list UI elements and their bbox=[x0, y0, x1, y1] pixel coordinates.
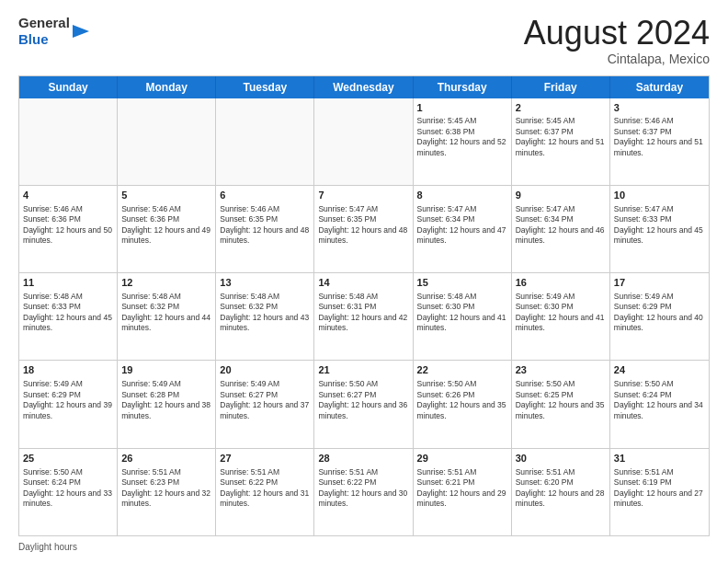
sunset-text: Sunset: 6:27 PM bbox=[220, 390, 310, 400]
day-number: 17 bbox=[614, 276, 705, 290]
daylight-text: Daylight: 12 hours and 40 minutes. bbox=[614, 313, 705, 334]
calendar-cell: 14Sunrise: 5:48 AMSunset: 6:31 PMDayligh… bbox=[314, 273, 413, 360]
calendar-cell: 6Sunrise: 5:46 AMSunset: 6:35 PMDaylight… bbox=[216, 186, 314, 272]
day-number: 15 bbox=[417, 276, 507, 290]
sunrise-text: Sunrise: 5:45 AM bbox=[516, 116, 606, 126]
calendar: SundayMondayTuesdayWednesdayThursdayFrid… bbox=[18, 75, 710, 536]
daylight-text: Daylight: 12 hours and 51 minutes. bbox=[516, 137, 606, 158]
calendar-cell: 31Sunrise: 5:51 AMSunset: 6:19 PMDayligh… bbox=[610, 449, 709, 535]
calendar-cell: 23Sunrise: 5:50 AMSunset: 6:25 PMDayligh… bbox=[512, 361, 610, 447]
calendar-cell: 9Sunrise: 5:47 AMSunset: 6:34 PMDaylight… bbox=[512, 186, 610, 272]
daylight-text: Daylight: 12 hours and 37 minutes. bbox=[220, 400, 310, 421]
day-number: 14 bbox=[318, 276, 408, 290]
sunset-text: Sunset: 6:22 PM bbox=[220, 477, 310, 488]
sunrise-text: Sunrise: 5:51 AM bbox=[516, 467, 606, 477]
sunrise-text: Sunrise: 5:50 AM bbox=[417, 379, 507, 389]
day-number: 10 bbox=[614, 189, 705, 202]
calendar-header-day: Friday bbox=[512, 76, 610, 98]
sunrise-text: Sunrise: 5:49 AM bbox=[516, 292, 606, 302]
page: General Blue August 2024 Cintalapa, Mexi… bbox=[0, 0, 728, 563]
calendar-cell: 27Sunrise: 5:51 AMSunset: 6:22 PMDayligh… bbox=[216, 449, 314, 535]
calendar-cell: 7Sunrise: 5:47 AMSunset: 6:35 PMDaylight… bbox=[314, 186, 413, 272]
calendar-cell: 5Sunrise: 5:46 AMSunset: 6:36 PMDaylight… bbox=[118, 186, 216, 272]
day-number: 21 bbox=[318, 363, 408, 377]
daylight-text: Daylight: 12 hours and 47 minutes. bbox=[417, 225, 507, 247]
calendar-cell bbox=[118, 98, 216, 185]
title-block: August 2024 Cintalapa, Mexico bbox=[524, 15, 710, 66]
sunset-text: Sunset: 6:34 PM bbox=[417, 214, 507, 224]
daylight-text: Daylight: 12 hours and 41 minutes. bbox=[516, 313, 606, 334]
day-number: 1 bbox=[417, 101, 507, 115]
calendar-header-row: SundayMondayTuesdayWednesdayThursdayFrid… bbox=[19, 76, 709, 98]
logo-arrow-icon bbox=[73, 25, 89, 38]
daylight-text: Daylight: 12 hours and 35 minutes. bbox=[516, 400, 606, 421]
sunset-text: Sunset: 6:24 PM bbox=[614, 390, 705, 400]
sunset-text: Sunset: 6:35 PM bbox=[318, 214, 408, 224]
day-number: 5 bbox=[121, 189, 211, 202]
calendar-header-day: Thursday bbox=[414, 76, 512, 98]
calendar-cell: 8Sunrise: 5:47 AMSunset: 6:34 PMDaylight… bbox=[414, 186, 512, 272]
calendar-cell: 30Sunrise: 5:51 AMSunset: 6:20 PMDayligh… bbox=[512, 449, 610, 535]
day-number: 2 bbox=[516, 101, 606, 115]
daylight-text: Daylight: 12 hours and 49 minutes. bbox=[121, 225, 211, 247]
sunset-text: Sunset: 6:24 PM bbox=[23, 477, 113, 488]
day-number: 27 bbox=[220, 452, 310, 465]
day-number: 28 bbox=[318, 452, 408, 465]
calendar-week-row: 18Sunrise: 5:49 AMSunset: 6:29 PMDayligh… bbox=[19, 360, 709, 447]
sunset-text: Sunset: 6:32 PM bbox=[220, 302, 310, 312]
daylight-text: Daylight: 12 hours and 35 minutes. bbox=[417, 400, 507, 421]
calendar-week-row: 4Sunrise: 5:46 AMSunset: 6:36 PMDaylight… bbox=[19, 185, 709, 272]
day-number: 4 bbox=[23, 189, 113, 202]
day-number: 11 bbox=[23, 276, 113, 290]
sunrise-text: Sunrise: 5:47 AM bbox=[417, 204, 507, 214]
daylight-text: Daylight: 12 hours and 27 minutes. bbox=[614, 488, 705, 510]
sunrise-text: Sunrise: 5:46 AM bbox=[220, 204, 310, 214]
footer: Daylight hours bbox=[18, 542, 710, 552]
day-number: 23 bbox=[516, 363, 606, 377]
calendar-header-day: Wednesday bbox=[314, 76, 413, 98]
day-number: 22 bbox=[417, 363, 507, 377]
sunset-text: Sunset: 6:38 PM bbox=[417, 127, 507, 137]
calendar-cell: 15Sunrise: 5:48 AMSunset: 6:30 PMDayligh… bbox=[414, 273, 512, 360]
calendar-cell: 1Sunrise: 5:45 AMSunset: 6:38 PMDaylight… bbox=[414, 98, 512, 185]
calendar-cell: 21Sunrise: 5:50 AMSunset: 6:27 PMDayligh… bbox=[314, 361, 413, 447]
calendar-cell: 2Sunrise: 5:45 AMSunset: 6:37 PMDaylight… bbox=[512, 98, 610, 185]
day-number: 16 bbox=[516, 276, 606, 290]
day-number: 25 bbox=[23, 452, 113, 465]
daylight-text: Daylight: 12 hours and 31 minutes. bbox=[220, 488, 310, 510]
daylight-text: Daylight: 12 hours and 50 minutes. bbox=[23, 225, 113, 247]
logo-blue: Blue bbox=[18, 31, 49, 47]
calendar-header-day: Monday bbox=[118, 76, 216, 98]
sunset-text: Sunset: 6:32 PM bbox=[121, 302, 211, 312]
sunrise-text: Sunrise: 5:48 AM bbox=[417, 292, 507, 302]
day-number: 29 bbox=[417, 452, 507, 465]
calendar-cell: 13Sunrise: 5:48 AMSunset: 6:32 PMDayligh… bbox=[216, 273, 314, 360]
sunset-text: Sunset: 6:33 PM bbox=[23, 302, 113, 312]
sunrise-text: Sunrise: 5:50 AM bbox=[614, 379, 705, 389]
daylight-text: Daylight: 12 hours and 41 minutes. bbox=[417, 313, 507, 334]
day-number: 18 bbox=[23, 363, 113, 377]
sunset-text: Sunset: 6:36 PM bbox=[23, 214, 113, 224]
calendar-week-row: 11Sunrise: 5:48 AMSunset: 6:33 PMDayligh… bbox=[19, 272, 709, 360]
sunrise-text: Sunrise: 5:50 AM bbox=[23, 467, 113, 477]
sunrise-text: Sunrise: 5:46 AM bbox=[614, 116, 705, 126]
sunrise-text: Sunrise: 5:50 AM bbox=[318, 379, 408, 389]
sunset-text: Sunset: 6:29 PM bbox=[23, 390, 113, 400]
sunset-text: Sunset: 6:23 PM bbox=[121, 477, 211, 488]
day-number: 30 bbox=[516, 452, 606, 465]
calendar-week-row: 1Sunrise: 5:45 AMSunset: 6:38 PMDaylight… bbox=[19, 98, 709, 185]
sunrise-text: Sunrise: 5:46 AM bbox=[23, 204, 113, 214]
sunrise-text: Sunrise: 5:48 AM bbox=[220, 292, 310, 302]
daylight-text: Daylight: 12 hours and 44 minutes. bbox=[121, 313, 211, 334]
logo: General Blue bbox=[18, 15, 89, 48]
day-number: 7 bbox=[318, 189, 408, 202]
day-number: 24 bbox=[614, 363, 705, 377]
daylight-text: Daylight: 12 hours and 42 minutes. bbox=[318, 313, 408, 334]
sunrise-text: Sunrise: 5:51 AM bbox=[121, 467, 211, 477]
day-number: 19 bbox=[121, 363, 211, 377]
sunset-text: Sunset: 6:37 PM bbox=[614, 127, 705, 137]
sunset-text: Sunset: 6:25 PM bbox=[516, 390, 606, 400]
daylight-text: Daylight: 12 hours and 38 minutes. bbox=[121, 400, 211, 421]
header: General Blue August 2024 Cintalapa, Mexi… bbox=[18, 15, 710, 66]
sunrise-text: Sunrise: 5:49 AM bbox=[23, 379, 113, 389]
